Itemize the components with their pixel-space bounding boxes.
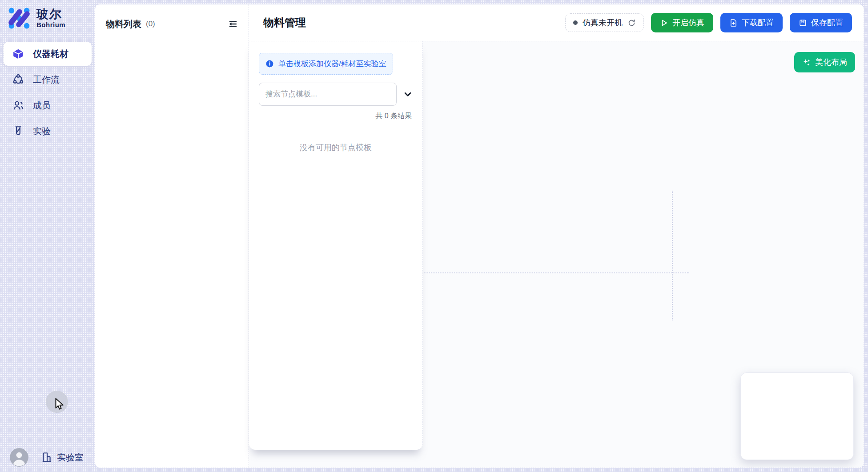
sidebar-item-label: 仪器耗材 [33, 48, 68, 60]
play-icon [660, 19, 668, 27]
brand-logo: 玻尔 Bohrium [0, 6, 95, 30]
main-column: 物料管理 仿真未开机 [249, 4, 864, 468]
material-list-header: 物料列表 (0) [106, 4, 240, 44]
minimap-panel[interactable] [740, 372, 854, 460]
mouse-cursor [53, 397, 66, 411]
sidebar: 玻尔 Bohrium 仪器耗材 [0, 0, 95, 472]
bohrium-logo-icon [7, 6, 31, 30]
lab-entry-label: 实验室 [57, 452, 84, 464]
brand-name-en: Bohrium [36, 21, 65, 28]
template-search-row [259, 83, 413, 106]
sparkles-icon [802, 58, 811, 67]
user-avatar-icon[interactable] [10, 448, 28, 467]
lab-entry[interactable]: 实验室 [41, 452, 84, 464]
chevron-down-icon[interactable] [403, 89, 413, 99]
beautify-layout-label: 美化布局 [815, 57, 847, 68]
template-result-count: 共 0 条结果 [259, 112, 413, 121]
page-header: 物料管理 仿真未开机 [249, 4, 864, 41]
sidebar-nav: 仪器耗材 工作流 [0, 42, 95, 143]
template-empty-text: 没有可用的节点模板 [259, 142, 413, 153]
sidebar-item-members[interactable]: 成员 [4, 93, 92, 117]
header-actions: 仿真未开机 [565, 13, 852, 32]
beautify-layout-button[interactable]: 美化布局 [794, 52, 855, 72]
experiment-icon [12, 125, 24, 137]
workflow-icon [12, 74, 24, 85]
download-config-label: 下载配置 [742, 17, 774, 28]
sidebar-item-instruments[interactable]: 仪器耗材 [4, 42, 92, 66]
sidebar-item-label: 工作流 [33, 74, 60, 86]
collapse-panel-icon[interactable] [226, 17, 240, 31]
template-panel: 单击模板添加仪器/耗材至实验室 共 0 条结果 没有可用的节点模板 [249, 41, 423, 450]
sidebar-item-label: 实验 [33, 125, 51, 137]
start-simulation-label: 开启仿真 [672, 17, 704, 28]
brand-name-zh: 玻尔 [36, 8, 65, 21]
members-icon [12, 100, 24, 111]
material-list-count: (0) [146, 20, 155, 28]
status-text: 仿真未开机 [583, 17, 623, 28]
page-title: 物料管理 [263, 16, 306, 30]
refresh-icon[interactable] [627, 19, 636, 27]
brand-text: 玻尔 Bohrium [36, 8, 65, 29]
save-config-label: 保存配置 [811, 17, 843, 28]
main-card: 物料列表 (0) 物料管理 仿真未开机 [95, 4, 864, 468]
sidebar-item-workflow[interactable]: 工作流 [4, 68, 92, 92]
building-icon [41, 452, 52, 463]
sidebar-item-label: 成员 [33, 100, 51, 112]
canvas-guide-vertical [672, 191, 673, 320]
sidebar-footer: 实验室 [10, 448, 84, 467]
download-config-button[interactable]: 下载配置 [720, 13, 783, 32]
status-dot-icon [573, 20, 578, 25]
info-icon [265, 60, 274, 68]
template-search-input[interactable] [259, 83, 397, 106]
material-list-panel: 物料列表 (0) [95, 4, 249, 468]
start-simulation-button[interactable]: 开启仿真 [651, 13, 713, 32]
save-icon [799, 19, 807, 27]
save-config-button[interactable]: 保存配置 [790, 13, 852, 32]
simulation-status-pill: 仿真未开机 [565, 13, 644, 32]
cube-icon [12, 48, 24, 60]
download-file-icon [729, 19, 738, 27]
app-root: 玻尔 Bohrium 仪器耗材 [0, 0, 868, 472]
template-hint-text: 单击模板添加仪器/耗材至实验室 [278, 59, 386, 69]
material-list-title: 物料列表 [106, 18, 141, 30]
template-hint-banner: 单击模板添加仪器/耗材至实验室 [259, 53, 393, 75]
flow-canvas[interactable]: 单击模板添加仪器/耗材至实验室 共 0 条结果 没有可用的节点模板 [249, 41, 864, 468]
canvas-guide-horizontal [422, 272, 689, 273]
sidebar-item-experiment[interactable]: 实验 [4, 119, 92, 143]
